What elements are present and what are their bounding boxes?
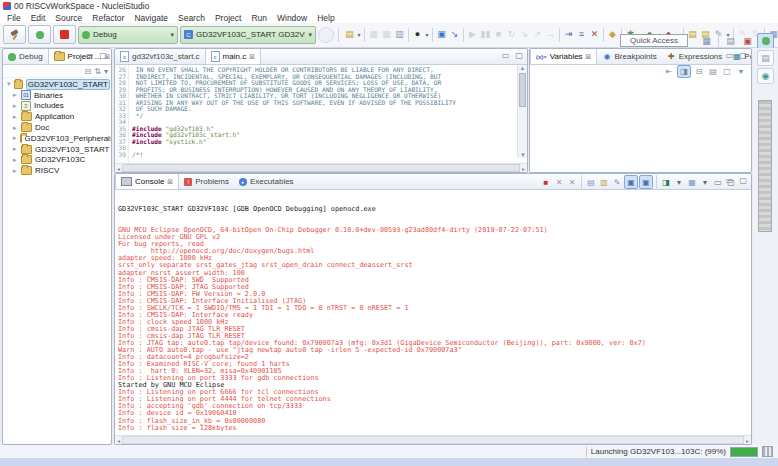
toolbar-icon[interactable]: ≡ bbox=[575, 27, 588, 43]
terminate-button[interactable] bbox=[53, 25, 76, 44]
collapse-arrow-icon[interactable]: ▸ bbox=[13, 124, 18, 132]
menu-navigate[interactable]: Navigate bbox=[129, 13, 173, 23]
toolbar-icon[interactable]: ▢ bbox=[725, 176, 737, 188]
menu-file[interactable]: File bbox=[2, 13, 26, 23]
scroll-right-arrow[interactable]: ▸ bbox=[746, 437, 749, 444]
toolbar-icon[interactable]: ■ bbox=[492, 27, 505, 43]
toolbar-icon[interactable]: ▥ bbox=[393, 27, 406, 43]
menu-run[interactable]: Run bbox=[246, 13, 272, 23]
toolbar-icon[interactable]: ▢ bbox=[721, 66, 733, 77]
debug-button[interactable] bbox=[28, 25, 51, 44]
minimize-maximize-icons[interactable]: ▭ ▢ bbox=[726, 51, 749, 60]
menu-edit[interactable]: Edit bbox=[26, 13, 51, 23]
toolbar-icon[interactable]: ▾ bbox=[673, 176, 685, 188]
toolbar-icon[interactable]: ▩ bbox=[380, 27, 393, 43]
toolbar-icon[interactable]: ▤ bbox=[585, 176, 597, 188]
variables-tab-variables[interactable]: (x)=Variables⊠ bbox=[530, 49, 597, 64]
progress-view-icon[interactable] bbox=[762, 446, 773, 457]
minimize-maximize-icons[interactable]: ▭ ▢ bbox=[502, 51, 525, 60]
editor-tab-main-c[interactable]: cmain.c⊠ bbox=[205, 49, 261, 64]
toolbar-icon[interactable]: ▭ bbox=[712, 176, 724, 188]
toolbar-icon[interactable]: ● bbox=[411, 27, 424, 43]
explorer-tool-icon[interactable]: ⇅ bbox=[94, 67, 101, 76]
debug-perspective-button[interactable] bbox=[757, 33, 774, 49]
toolbar-icon[interactable]: ▮▮ bbox=[479, 27, 492, 43]
open-perspective-button[interactable]: ▦ bbox=[699, 34, 714, 48]
editor-vertical-scrollbar[interactable]: ▲ ▼ bbox=[517, 65, 527, 158]
tree-item-gd32vf103c[interactable]: ▸GD32VF103C bbox=[3, 155, 111, 166]
tree-item-binaries[interactable]: ▸01Binaries bbox=[3, 90, 111, 101]
toolbar-icon[interactable]: ▦ bbox=[367, 27, 380, 43]
quick-access-field[interactable]: Quick Access bbox=[620, 34, 688, 47]
editor-horizontal-scrollbar[interactable]: ◂ ▸ bbox=[115, 163, 527, 172]
collapse-arrow-icon[interactable]: ▸ bbox=[13, 113, 18, 121]
menu-window[interactable]: Window bbox=[272, 13, 312, 23]
cpp-perspective-button[interactable]: ▤ bbox=[723, 34, 738, 48]
console-output[interactable]: GD32VF103C_START GD32VF103C [GDB OpenOCD… bbox=[115, 190, 751, 431]
toolbar-icon[interactable]: ◨ bbox=[660, 176, 672, 188]
toolbar-icon[interactable]: ■ bbox=[540, 176, 552, 188]
toolbar-icon[interactable]: ▾ bbox=[735, 66, 747, 77]
build-button[interactable] bbox=[3, 25, 26, 44]
toolbar-icon[interactable]: ⇥ bbox=[562, 27, 575, 43]
scrollbar-thumb[interactable] bbox=[122, 164, 520, 172]
menu-search[interactable]: Search bbox=[173, 13, 210, 23]
console-tab-problems[interactable]: !Problems bbox=[179, 174, 234, 189]
toolbar-icon[interactable]: ↘ bbox=[518, 27, 531, 43]
tree-item-includes[interactable]: ▸≡Includes bbox=[3, 101, 111, 112]
toolbar-icon[interactable]: ✕ bbox=[588, 27, 601, 43]
toolbar-icon[interactable]: ⊟ bbox=[693, 66, 705, 77]
toolbar-icon[interactable]: ◨ bbox=[677, 65, 691, 78]
collapse-arrow-icon[interactable]: ▸ bbox=[13, 156, 18, 164]
toolbar-icon[interactable]: ✕ bbox=[553, 176, 565, 188]
scroll-right-arrow[interactable]: ▸ bbox=[522, 165, 525, 172]
toolbar-icon[interactable]: ◆ bbox=[606, 27, 619, 43]
toolbar-icon[interactable]: ▤ bbox=[343, 27, 356, 43]
close-icon[interactable]: ⊠ bbox=[586, 53, 592, 61]
editor-tab-gd32vf103c-start-c[interactable]: cgd32vf103c_start.c bbox=[115, 49, 205, 64]
toolbar-icon[interactable]: ▣ bbox=[624, 175, 638, 189]
toolbar-icon[interactable]: ▾ bbox=[699, 176, 711, 188]
tree-root-project[interactable]: ▾GD32VF103C_START bbox=[4, 79, 110, 90]
world-icon[interactable]: ◉ bbox=[757, 68, 774, 84]
tree-item-gd32vf103_peripherals[interactable]: ▸GD32VF103_Peripherals bbox=[3, 133, 111, 144]
toolbar-icon[interactable]: ✎ bbox=[611, 176, 623, 188]
scrollbar-thumb[interactable] bbox=[519, 73, 526, 107]
collapse-arrow-icon[interactable]: ▸ bbox=[13, 102, 18, 110]
toolbar-icon[interactable]: ↘ bbox=[448, 27, 461, 43]
console-horizontal-scrollbar[interactable]: ◂ ▸ bbox=[115, 435, 751, 444]
code-editor[interactable]: 2627282930313233343536373839 IN NO EVENT… bbox=[115, 65, 527, 166]
toolbar-icon[interactable]: ▦ bbox=[686, 176, 698, 188]
menu-refactor[interactable]: Refactor bbox=[87, 13, 129, 23]
close-icon[interactable]: ⊠ bbox=[167, 178, 173, 186]
toolbar-icon[interactable]: ⇤ bbox=[663, 66, 675, 77]
minimize-maximize-icons[interactable]: ▭ ▢ bbox=[86, 51, 109, 60]
tree-item-riscv[interactable]: ▸RISCV bbox=[3, 165, 111, 176]
menu-project[interactable]: Project bbox=[210, 13, 246, 23]
toolbar-icon[interactable]: ▣ bbox=[639, 175, 653, 189]
variables-tab-breakpoints[interactable]: ◉Breakpoints bbox=[597, 49, 661, 64]
collapse-arrow-icon[interactable]: ▸ bbox=[13, 167, 18, 175]
collapse-arrow-icon[interactable]: ▸ bbox=[13, 91, 18, 99]
toolbar-icon[interactable]: ✕ bbox=[566, 176, 578, 188]
toolbar-icon[interactable]: ▤ bbox=[707, 66, 719, 77]
code-area[interactable]: IN NO EVENT SHALL THE COPYRIGHT HOLDER O… bbox=[129, 65, 527, 166]
outline-view-button[interactable]: ▤ bbox=[757, 50, 774, 66]
scrollbar-thumb[interactable] bbox=[122, 436, 744, 444]
launch-mode-combo[interactable]: Debug ▾ bbox=[78, 26, 178, 44]
toolbar-icon[interactable]: ↻ bbox=[505, 27, 518, 43]
expand-arrow-icon[interactable]: ▾ bbox=[7, 80, 11, 88]
toolbar-icon[interactable]: ▾ bbox=[356, 27, 362, 43]
explorer-tool-icon[interactable]: ▾ bbox=[104, 67, 108, 76]
toolbar-icon[interactable]: ▾ bbox=[424, 27, 430, 43]
scroll-left-arrow[interactable]: ◂ bbox=[117, 437, 120, 444]
console-tab-executables[interactable]: ▸Executables bbox=[234, 174, 299, 189]
explorer-tool-icon[interactable]: ⊟ bbox=[85, 67, 92, 76]
collapse-arrow-icon[interactable]: ▸ bbox=[13, 134, 17, 142]
resource-perspective-button[interactable]: ▣ bbox=[740, 34, 755, 48]
toolbar-icon[interactable]: ▶ bbox=[466, 27, 479, 43]
toolbar-icon[interactable]: → bbox=[544, 27, 557, 43]
tree-item-gd32vf103_start[interactable]: ▸GD32VF103_START bbox=[3, 144, 111, 155]
tree-item-doc[interactable]: ▸Doc bbox=[3, 122, 111, 133]
variables-tab-expressions[interactable]: ✚Expressions bbox=[662, 49, 728, 64]
